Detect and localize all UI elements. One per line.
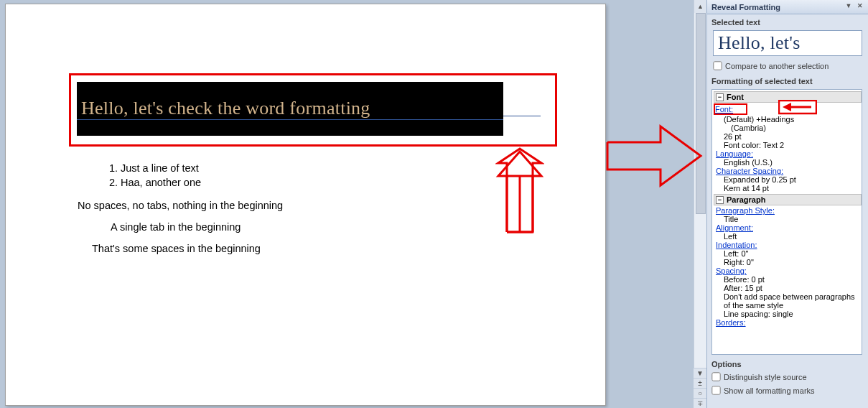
collapse-toggle-icon[interactable]: − [716,196,724,204]
pane-title: Reveal Formatting [711,3,780,11]
annotation-arrow-right-icon [605,121,705,191]
options-section: Options Distinguish style source Show al… [707,355,868,399]
borders-link[interactable]: Borders: [714,318,862,327]
indent-left: Left: 0" [714,249,862,258]
indent-right: Right: 0" [714,258,862,266]
selected-text-label: Selected text [707,14,868,29]
paragraph-style: Title [714,215,862,223]
distinguish-style-checkbox[interactable] [711,372,720,381]
scroll-up-button[interactable]: ▲ [694,0,706,13]
font-color: Font color: Text 2 [714,141,862,149]
annotation-arrow-up-icon [495,147,544,233]
browse-prev-button[interactable]: ± [694,378,706,388]
formatting-tree: − Font Font: (Default) +Headings (Cambri… [711,89,862,355]
language-value: English (U.S.) [714,158,862,167]
character-spacing-link[interactable]: Character Spacing: [714,167,862,175]
spacing-after: After: 15 pt [714,284,862,292]
document-title[interactable]: Hello, let's check the word formatting [77,98,503,120]
body-paragraph[interactable]: No spaces, no tabs, nothing in the begin… [78,200,535,211]
pane-close-button[interactable]: ✕ [854,2,866,12]
show-marks-label: Show all formatting marks [724,386,815,395]
numbered-list[interactable]: Just a line of text Haa, another one No … [108,161,535,254]
pane-menu-button[interactable]: ▼ [843,2,854,12]
compare-checkbox[interactable] [713,61,722,70]
spacing-link[interactable]: Spacing: [714,266,862,275]
list-item[interactable]: Just a line of text [121,161,535,175]
browse-next-button[interactable]: ∓ [694,398,706,408]
spacing-before: Before: 0 pt [714,275,862,284]
list-item[interactable]: Haa, another one [121,175,535,190]
paragraph-group-header[interactable]: − Paragraph [714,194,862,205]
char-spacing-kern: Kern at 14 pt [714,184,862,193]
title-underline-tail [503,116,541,116]
formatting-label: Formatting of selected text [707,73,868,88]
char-spacing-expanded: Expanded by 0.25 pt [714,175,862,184]
selected-text-preview[interactable]: Hello, let's [713,30,862,56]
document-area[interactable]: Hello, let's check the word formatting J… [0,0,706,408]
compare-label: Compare to another selection [725,62,829,70]
annotation-box-title: Hello, let's check the word formatting [69,73,557,147]
font-default: (Default) +Headings [714,115,862,124]
annotation-arrow-left-small-icon [778,100,817,116]
title-selection-highlight: Hello, let's check the word formatting [77,82,503,136]
compare-checkbox-row[interactable]: Compare to another selection [707,60,868,73]
alignment-value: Left [714,232,862,241]
scroll-down-button[interactable]: ▼ [694,368,706,378]
formatting-tree-scroll[interactable]: − Font Font: (Default) +Headings (Cambri… [712,90,862,354]
paragraph-style-link[interactable]: Paragraph Style: [714,206,862,215]
indentation-link[interactable]: Indentation: [714,241,862,249]
page-nav-buttons[interactable]: ▼ ± ○ ∓ [694,368,706,408]
dont-add-space: Don't add space between paragraphs of th… [714,292,862,310]
font-link[interactable]: Font: [714,103,747,115]
vertical-scrollbar[interactable]: ▲ [694,0,706,408]
body-paragraph[interactable]: A single tab in the beginning [111,221,535,233]
distinguish-style-label: Distinguish style source [724,373,807,381]
distinguish-style-row[interactable]: Distinguish style source [711,371,864,384]
group-title: Font [727,93,744,101]
pane-header: Reveal Formatting ▼ ✕ [707,0,868,14]
language-link[interactable]: Language: [714,149,862,158]
show-marks-checkbox[interactable] [711,386,720,394]
show-marks-row[interactable]: Show all formatting marks [711,384,864,398]
font-name: (Cambria) [714,124,862,132]
body-paragraph[interactable]: That's some spaces in the beginning [92,243,535,254]
options-label: Options [711,356,864,371]
font-size: 26 pt [714,132,862,141]
group-title: Paragraph [727,195,765,204]
alignment-link[interactable]: Alignment: [714,223,862,232]
line-spacing: Line spacing: single [714,310,862,318]
reveal-formatting-pane: Reveal Formatting ▼ ✕ Selected text Hell… [706,0,868,408]
collapse-toggle-icon[interactable]: − [716,93,724,101]
browse-select-button[interactable]: ○ [694,388,706,398]
